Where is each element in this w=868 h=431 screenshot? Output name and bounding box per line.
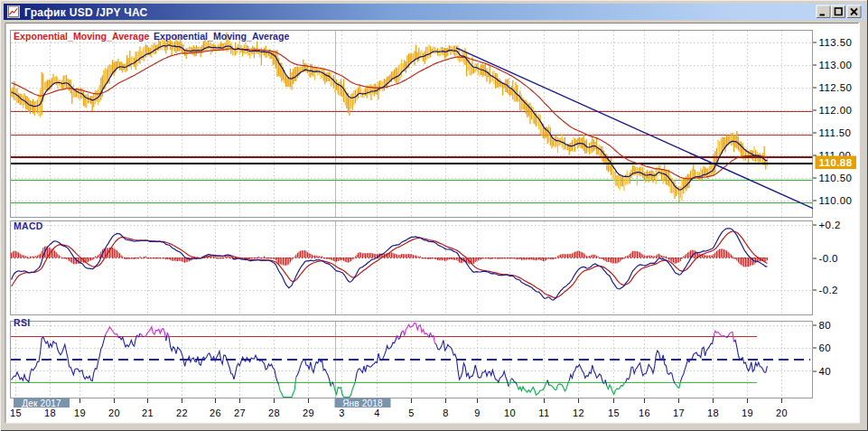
svg-text:18: 18 xyxy=(707,408,719,418)
svg-text:110.88: 110.88 xyxy=(819,157,853,168)
svg-text:27: 27 xyxy=(234,408,246,418)
svg-text:Exponential_Moving_Average: Exponential_Moving_Average xyxy=(14,31,149,42)
svg-text:110.50: 110.50 xyxy=(819,173,853,183)
svg-text:20: 20 xyxy=(108,408,120,418)
svg-text:Дек 2017: Дек 2017 xyxy=(22,398,61,408)
svg-text:40: 40 xyxy=(819,366,832,377)
svg-text:15: 15 xyxy=(608,408,620,418)
svg-text:3: 3 xyxy=(339,408,345,418)
svg-text:60: 60 xyxy=(819,342,832,353)
svg-text:График USD /JPY ЧАС: График USD /JPY ЧАС xyxy=(24,6,148,19)
svg-text:110.00: 110.00 xyxy=(819,195,853,206)
svg-text:80: 80 xyxy=(819,320,832,331)
svg-text:112.00: 112.00 xyxy=(819,105,853,116)
svg-text:17: 17 xyxy=(673,408,685,418)
svg-text:-0.2: -0.2 xyxy=(819,285,838,295)
svg-text:18: 18 xyxy=(44,408,56,418)
svg-text:113.50: 113.50 xyxy=(819,37,853,48)
svg-text:RSI: RSI xyxy=(14,317,30,328)
svg-text:20: 20 xyxy=(776,408,788,418)
svg-text:113.00: 113.00 xyxy=(819,60,853,70)
svg-text:28: 28 xyxy=(268,408,280,418)
svg-text:16: 16 xyxy=(639,408,650,418)
svg-text:5: 5 xyxy=(408,408,415,418)
svg-text:29: 29 xyxy=(303,408,314,418)
svg-text:10: 10 xyxy=(504,408,516,418)
svg-text:+0.2: +0.2 xyxy=(819,220,841,230)
svg-text:9: 9 xyxy=(474,408,481,418)
svg-text:112.50: 112.50 xyxy=(819,82,853,93)
svg-text:15: 15 xyxy=(10,408,22,418)
svg-text:Exponential_Moving_Average: Exponential_Moving_Average xyxy=(154,31,289,42)
svg-text:-0.0: -0.0 xyxy=(819,253,838,264)
svg-text:12: 12 xyxy=(573,408,584,418)
svg-text:19: 19 xyxy=(742,408,753,418)
svg-text:8: 8 xyxy=(443,408,449,418)
svg-text:4: 4 xyxy=(374,408,380,418)
svg-text:19: 19 xyxy=(74,408,86,418)
svg-text:111.50: 111.50 xyxy=(819,127,852,138)
svg-text:22: 22 xyxy=(176,408,188,418)
svg-text:Янв 2018: Янв 2018 xyxy=(342,398,383,408)
svg-text:MACD: MACD xyxy=(14,220,43,231)
svg-text:21: 21 xyxy=(142,408,154,418)
svg-text:11: 11 xyxy=(538,408,549,418)
svg-text:26: 26 xyxy=(210,408,221,418)
